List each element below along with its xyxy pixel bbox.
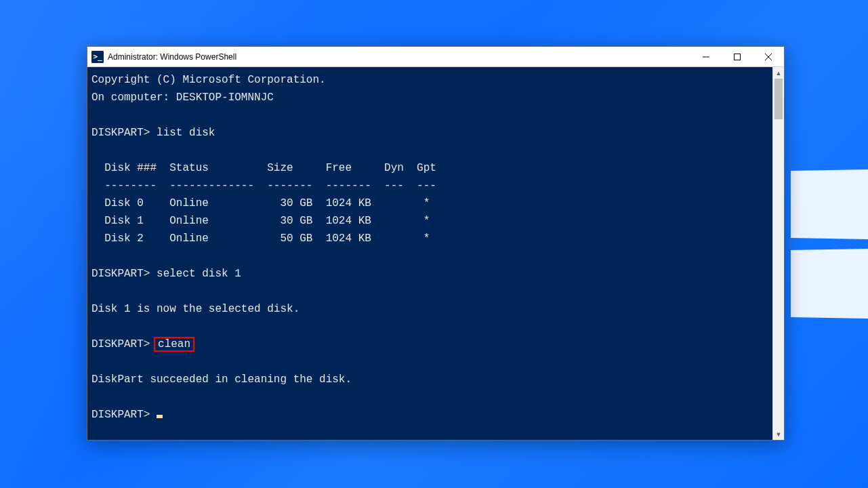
computer-line: On computer: DESKTOP-IOMNNJC: [91, 92, 274, 104]
prompt: DISKPART>: [91, 338, 150, 350]
vertical-scrollbar[interactable]: ▲ ▼: [772, 67, 784, 440]
powershell-window: >_ Administrator: Windows PowerShell Cop…: [87, 46, 785, 441]
close-button[interactable]: [753, 47, 784, 67]
cmd-select-disk: select disk 1: [157, 268, 241, 280]
prompt: DISKPART>: [91, 127, 150, 139]
svg-rect-1: [735, 54, 741, 60]
scroll-down-arrow-icon[interactable]: ▼: [773, 428, 784, 440]
scroll-up-arrow-icon[interactable]: ▲: [773, 67, 784, 79]
minimize-button[interactable]: [690, 47, 722, 67]
scrollbar-thumb[interactable]: [774, 79, 783, 119]
msg-cleaned: DiskPart succeeded in cleaning the disk.: [91, 373, 352, 386]
cursor: [157, 415, 163, 418]
powershell-icon: >_: [91, 51, 104, 63]
disk-table-divider: -------- ------------- ------- ------- -…: [91, 180, 436, 192]
cmd-clean-highlighted: clean: [154, 337, 194, 352]
copyright-line: Copyright (C) Microsoft Corporation.: [91, 74, 326, 86]
prompt: DISKPART>: [91, 409, 150, 421]
windows-logo: [787, 169, 868, 319]
maximize-button[interactable]: [722, 47, 753, 67]
window-title: Administrator: Windows PowerShell: [108, 52, 236, 62]
client-area: Copyright (C) Microsoft Corporation. On …: [87, 67, 784, 440]
terminal-output[interactable]: Copyright (C) Microsoft Corporation. On …: [87, 67, 772, 440]
titlebar[interactable]: >_ Administrator: Windows PowerShell: [87, 47, 784, 67]
cmd-list-disk: list disk: [157, 127, 215, 139]
prompt: DISKPART>: [91, 268, 150, 280]
disk-table-header: Disk ### Status Size Free Dyn Gpt: [91, 162, 436, 174]
table-row: Disk 0 Online 30 GB 1024 KB *: [91, 197, 430, 209]
table-row: Disk 2 Online 50 GB 1024 KB *: [91, 232, 430, 245]
table-row: Disk 1 Online 30 GB 1024 KB *: [91, 215, 430, 227]
msg-selected: Disk 1 is now the selected disk.: [91, 303, 299, 315]
